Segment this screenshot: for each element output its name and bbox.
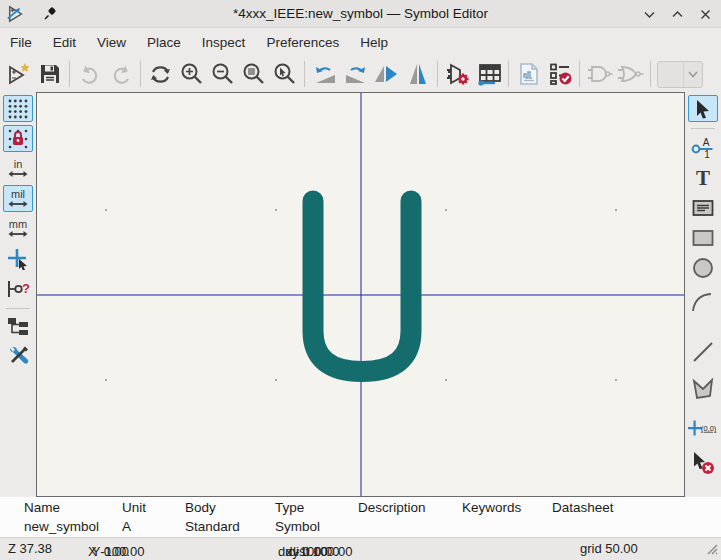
full-crosshair-button[interactable]	[3, 245, 33, 272]
svg-text:A: A	[703, 136, 710, 147]
field-label: Description	[358, 500, 426, 515]
show-hidden-pins-button[interactable]: ?	[3, 275, 33, 302]
rotate-ccw-button[interactable]	[309, 59, 340, 89]
field-value: Standard	[185, 519, 240, 534]
field-label: Body	[185, 500, 216, 515]
delete-tool-button[interactable]	[688, 449, 718, 476]
menu-help[interactable]: Help	[360, 35, 388, 50]
add-rectangle-button[interactable]	[688, 224, 718, 251]
cursor-position: X -100.00 Y 0.00	[88, 541, 92, 556]
minimize-button[interactable]	[639, 4, 659, 24]
rectangle-tool-icon	[691, 226, 715, 250]
symbol-check-button[interactable]	[544, 59, 575, 89]
add-textbox-button[interactable]	[688, 194, 718, 221]
add-text-button[interactable]: T	[688, 164, 718, 191]
editor-canvas[interactable]	[36, 92, 685, 497]
field-label: Keywords	[462, 500, 521, 515]
redo-button[interactable]	[105, 59, 136, 89]
show-grid-button[interactable]	[3, 95, 33, 122]
units-inches-icon: in	[6, 157, 30, 181]
arc-tool-icon	[691, 291, 715, 315]
menu-place[interactable]: Place	[147, 35, 181, 50]
symbol-check-icon	[547, 62, 573, 86]
mirror-vertical-button[interactable]	[402, 59, 433, 89]
rotate-cw-button[interactable]	[340, 59, 371, 89]
properties-panel-button[interactable]	[3, 342, 33, 369]
menu-inspect[interactable]: Inspect	[202, 35, 246, 50]
zoom-selection-button[interactable]	[269, 59, 300, 89]
undo-button[interactable]	[74, 59, 105, 89]
hidden-pins-icon: ?	[6, 277, 30, 301]
menu-edit[interactable]: Edit	[53, 35, 76, 50]
unit-select-value	[658, 62, 684, 87]
circle-tool-icon	[691, 256, 715, 280]
add-polygon-button[interactable]	[688, 375, 718, 402]
new-symbol-icon	[6, 62, 32, 86]
grid-override-button[interactable]	[3, 125, 33, 152]
anchor-tool-icon: (0,0)	[688, 419, 718, 437]
redo-icon	[109, 63, 133, 85]
refresh-button[interactable]	[145, 59, 176, 89]
close-button[interactable]	[695, 4, 715, 24]
demorgan-standard-button[interactable]	[584, 59, 615, 89]
symbol-properties-button[interactable]	[442, 59, 473, 89]
status-bar: Z 37.38 X -100.00 Y 0.00 dx -100.00 dy 0…	[0, 538, 721, 560]
symbol-fields-bar: Name new_symbol Unit A Body Standard Typ…	[0, 497, 721, 538]
relative-position: dx -100.00 dy 0.00 dist 100.00	[278, 541, 289, 556]
svg-text:mil: mil	[11, 188, 25, 200]
pin-table-button[interactable]	[473, 59, 504, 89]
zoom-in-button[interactable]	[176, 59, 207, 89]
left-toolbar: in mil mm ?	[0, 92, 36, 497]
zoom-level: Z 37.38	[8, 541, 52, 556]
units-inches-button[interactable]: in	[3, 155, 33, 182]
field-label: Datasheet	[552, 500, 614, 515]
add-arc-button[interactable]	[688, 289, 718, 316]
zoom-out-button[interactable]	[207, 59, 238, 89]
menu-view[interactable]: View	[97, 35, 126, 50]
add-circle-button[interactable]	[688, 254, 718, 281]
demorgan-alternate-icon	[617, 64, 644, 84]
maximize-button[interactable]	[667, 4, 687, 24]
symbol-tree-icon	[6, 314, 30, 338]
symbol-properties-icon	[445, 62, 471, 86]
crosshair-cursor-icon	[6, 247, 30, 271]
symbol-body-u-shape[interactable]	[313, 201, 411, 372]
window-title: *4xxx_IEEE:new_symbol — Symbol Editor	[0, 6, 721, 21]
datasheet-button[interactable]	[513, 59, 544, 89]
field-label: Type	[275, 500, 304, 515]
rotate-ccw-icon	[312, 63, 338, 86]
svg-text:in: in	[14, 158, 23, 170]
add-line-button[interactable]	[688, 338, 718, 365]
move-anchor-button[interactable]: (0,0)	[688, 414, 718, 441]
field-value: A	[122, 519, 131, 534]
symbol-tree-button[interactable]	[3, 312, 33, 339]
zoom-in-icon	[180, 62, 204, 86]
zoom-fit-button[interactable]	[238, 59, 269, 89]
units-mils-button[interactable]: mil	[3, 185, 33, 212]
mirror-horizontal-button[interactable]	[371, 59, 402, 89]
new-symbol-button[interactable]	[3, 59, 34, 89]
svg-text:(0,0): (0,0)	[701, 423, 717, 432]
cursor-y: Y 0.00	[92, 544, 129, 559]
right-toolbar: A 1 T	[685, 92, 721, 497]
units-mils-icon: mil	[6, 187, 30, 211]
select-tool-button[interactable]	[688, 95, 718, 122]
mirror-vertical-icon	[406, 62, 430, 86]
main-toolbar	[0, 56, 721, 92]
resize-grip-icon[interactable]	[704, 541, 718, 558]
pushpin-icon[interactable]	[42, 6, 58, 22]
save-button[interactable]	[34, 59, 65, 89]
add-pin-button[interactable]: A 1	[688, 134, 718, 161]
units-mm-button[interactable]: mm	[3, 215, 33, 242]
field-label: Unit	[122, 500, 146, 515]
text-tool-icon: T	[691, 166, 715, 190]
field-value: Symbol	[275, 519, 320, 534]
unit-select-dropdown[interactable]	[657, 61, 703, 88]
demorgan-alternate-button[interactable]	[615, 59, 646, 89]
field-label: Name	[24, 500, 60, 515]
chevron-down-icon	[684, 62, 702, 87]
select-arrow-icon	[692, 98, 714, 120]
menu-preferences[interactable]: Preferences	[266, 35, 339, 50]
menu-file[interactable]: File	[10, 35, 32, 50]
svg-text:mm: mm	[9, 218, 27, 230]
